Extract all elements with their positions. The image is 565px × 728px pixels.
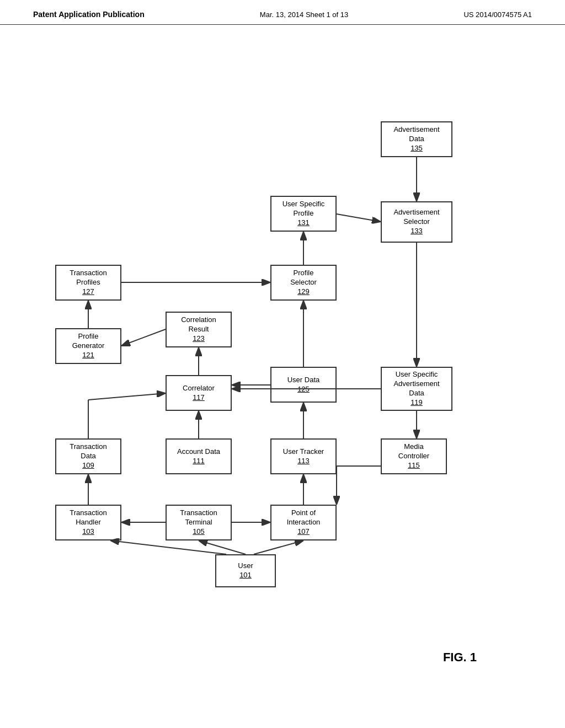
box-profile-selector: Profile Selector 129 bbox=[270, 265, 337, 301]
diagram-area: User 101 Transaction Handler 103 Transac… bbox=[0, 25, 565, 698]
box-advertisement-data: Advertisement Data 135 bbox=[381, 121, 452, 157]
box-transaction-terminal: Transaction Terminal 105 bbox=[166, 505, 232, 540]
svg-line-11 bbox=[88, 393, 166, 400]
svg-line-23 bbox=[337, 214, 381, 222]
box-user-specific-profile: User Specific Profile 131 bbox=[270, 196, 337, 232]
box-account-data: Account Data 111 bbox=[166, 438, 232, 474]
box-user-data: User Data 125 bbox=[270, 367, 337, 403]
box-profile-generator: Profile Generator 121 bbox=[55, 328, 121, 364]
box-user: User 101 bbox=[215, 554, 276, 587]
svg-line-3 bbox=[254, 540, 303, 554]
box-user-tracker: User Tracker 113 bbox=[270, 438, 337, 474]
box-user-specific-ad-data: User Specific Advertisement Data 119 bbox=[381, 367, 452, 411]
header-left: Patent Application Publication bbox=[33, 10, 145, 19]
svg-line-2 bbox=[110, 540, 226, 554]
box-transaction-profiles: Transaction Profiles 127 bbox=[55, 265, 121, 301]
svg-line-1 bbox=[199, 540, 246, 554]
header-center: Mar. 13, 2014 Sheet 1 of 13 bbox=[260, 10, 348, 19]
box-correlator: Correlator 117 bbox=[166, 375, 232, 411]
box-media-controller: Media Controller 115 bbox=[381, 438, 447, 474]
svg-line-19 bbox=[121, 329, 166, 346]
figure-label: FIG. 1 bbox=[443, 650, 477, 665]
box-point-of-interaction: Point of Interaction 107 bbox=[270, 505, 337, 540]
header-right: US 2014/0074575 A1 bbox=[463, 10, 532, 19]
page-header: Patent Application Publication Mar. 13, … bbox=[0, 0, 565, 25]
box-correlation-result: Correlation Result 123 bbox=[166, 312, 232, 347]
box-transaction-handler: Transaction Handler 103 bbox=[55, 505, 121, 540]
box-transaction-data: Transaction Data 109 bbox=[55, 438, 121, 474]
box-advertisement-selector: Advertisement Selector 133 bbox=[381, 201, 452, 243]
